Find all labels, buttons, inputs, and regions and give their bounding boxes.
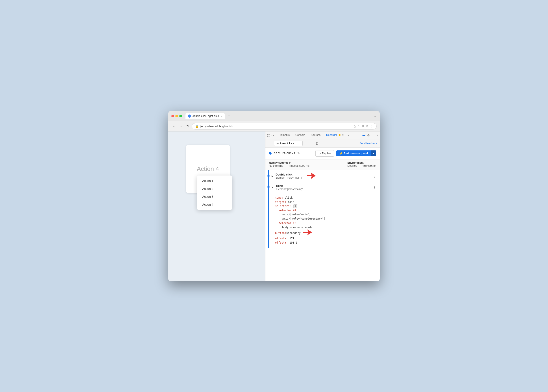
code-selectors-line: selectors: R: [275, 204, 376, 208]
context-menu-item-1[interactable]: Action 1: [197, 177, 232, 185]
more-icon[interactable]: ⋮: [370, 124, 373, 128]
refresh-button[interactable]: ↻: [185, 123, 190, 129]
tab-title: double click, right click: [192, 114, 219, 118]
replay-button-label: ▷ Replay: [319, 152, 330, 155]
settings-icon[interactable]: ⚙: [367, 134, 370, 137]
step-click-header[interactable]: ▼ Click Element "[role="main"]" ⋮: [265, 182, 380, 193]
tab-recorder-close[interactable]: ×: [342, 133, 344, 137]
step-dot-2: [267, 186, 270, 188]
steps-list: ▶ Double click Element "[role="main"]" ⋮: [265, 170, 380, 281]
code-selector2-label: selector #2:: [275, 221, 376, 225]
step-double-click: ▶ Double click Element "[role="main"]" ⋮: [265, 170, 380, 182]
recording-header: capture clicks ✎ ▷ Replay ⚡ Performance …: [265, 147, 380, 160]
send-feedback-link[interactable]: Send feedback: [359, 142, 377, 145]
forward-button[interactable]: →: [178, 123, 184, 129]
share-icon[interactable]: ⎙: [354, 124, 356, 128]
code-button-line: button: secondary: [275, 230, 376, 237]
code-type-line: type: click: [275, 196, 376, 200]
traffic-lights: [171, 115, 182, 117]
step2-expand-icon[interactable]: ▼: [272, 186, 274, 189]
settings-bar: Replay settings ▶ No throttling Timeout:…: [265, 160, 380, 170]
replay-settings-expand-icon[interactable]: ▶: [289, 162, 291, 164]
content-area: Action 4 Action 1 Action 2 Action 3 Acti…: [168, 132, 380, 281]
bookmark-icon[interactable]: ☆: [357, 124, 360, 128]
recording-select[interactable]: capture clicks ▾: [274, 141, 303, 146]
step1-element: Element "[role="main"]": [275, 176, 303, 179]
devtools-panel: ⬚ ▭ Elements Console Sources Recorder ×: [265, 132, 380, 281]
inspect-tool-icon[interactable]: ⬚: [267, 133, 270, 137]
export-button[interactable]: ↑: [304, 141, 308, 146]
step-dot-1: [267, 175, 270, 177]
tab-console[interactable]: Console: [293, 132, 308, 138]
context-menu: Action 1 Action 2 Action 3 Action 4: [197, 175, 232, 210]
replay-button[interactable]: ▷ Replay: [316, 150, 334, 157]
tab-recorder[interactable]: Recorder ×: [323, 132, 346, 138]
step2-title: Click: [276, 184, 303, 188]
svg-marker-0: [307, 172, 316, 179]
tab-sources[interactable]: Sources: [308, 132, 323, 138]
step-double-click-header[interactable]: ▶ Double click Element "[role="main"]" ⋮: [265, 170, 380, 182]
tab-close-button[interactable]: ×: [221, 115, 222, 117]
active-tab[interactable]: double click, right click ×: [185, 113, 225, 119]
replay-settings-section: Replay settings ▶ No throttling Timeout:…: [269, 161, 309, 167]
code-offsetY-line: offsetY: 191.5: [275, 241, 376, 245]
title-bar: double click, right click × + ⌄: [168, 111, 380, 121]
step2-info: Click Element "[role="main"]": [276, 184, 303, 191]
close-traffic-light[interactable]: [171, 115, 174, 117]
devtools-more-icon[interactable]: ⋮: [372, 134, 374, 137]
code-block: type: click target: main selectors: R: [265, 193, 380, 248]
delete-button[interactable]: 🗑: [315, 141, 319, 146]
maximize-traffic-light[interactable]: [179, 115, 182, 117]
performance-panel-group: ⚡ Performance panel ▾: [336, 150, 376, 156]
nav-bar: ← → ↻ 🔒 jec.fyi/demo/dbl-right-click ⎙ ☆…: [168, 121, 380, 132]
settings-divider: [286, 165, 286, 167]
selector-type-icon: R: [293, 204, 297, 208]
edit-title-icon[interactable]: ✎: [297, 152, 300, 155]
settings-row: Replay settings ▶ No throttling Timeout:…: [269, 161, 376, 167]
notification-badge: [362, 135, 365, 136]
extensions-icon[interactable]: ⧉: [362, 124, 364, 128]
devtools-close-icon[interactable]: ×: [376, 134, 378, 137]
recording-status-dot: [269, 152, 272, 154]
throttling-value: No throttling Timeout: 5000 ms: [269, 164, 309, 167]
minimize-traffic-light[interactable]: [175, 115, 178, 117]
lock-icon: 🔒: [195, 125, 199, 128]
add-recording-button[interactable]: +: [268, 141, 272, 146]
tab-recorder-label: Recorder: [326, 133, 337, 137]
import-button[interactable]: ↓: [309, 141, 313, 146]
code-selector1-val1: aria/[role="main"]: [275, 212, 376, 217]
profile-icon[interactable]: ⊕: [366, 124, 368, 128]
context-menu-item-4[interactable]: Action 4: [197, 201, 232, 209]
new-tab-button[interactable]: +: [226, 114, 232, 118]
device-tool-icon[interactable]: ▭: [271, 133, 274, 137]
tab-favicon: [188, 114, 191, 118]
recording-select-label: capture clicks: [276, 142, 292, 145]
performance-panel-button[interactable]: ⚡ Performance panel: [336, 150, 371, 156]
env-divider: [360, 165, 360, 167]
more-tabs-button[interactable]: »: [347, 133, 351, 137]
step1-expand-icon[interactable]: ▶: [272, 175, 273, 177]
code-selector2-val1: body > main > aside: [275, 225, 376, 230]
performance-panel-label: ⚡ Performance panel: [339, 152, 368, 155]
tab-console-label: Console: [295, 133, 305, 137]
environment-label: Environment: [347, 161, 376, 164]
step2-more-button[interactable]: ⋮: [372, 185, 377, 190]
address-bar-icons: ⎙ ☆ ⧉ ⊕ ⋮: [354, 124, 373, 128]
tab-elements[interactable]: Elements: [276, 132, 292, 138]
step2-element: Element "[role="main"]": [276, 188, 303, 191]
devtools-tabs: ⬚ ▭ Elements Console Sources Recorder ×: [265, 132, 380, 140]
context-menu-item-3[interactable]: Action 3: [197, 193, 232, 201]
step1-more-button[interactable]: ⋮: [372, 174, 377, 178]
svg-marker-1: [303, 230, 312, 235]
performance-panel-arrow-button[interactable]: ▾: [371, 150, 376, 156]
context-menu-item-2[interactable]: Action 2: [197, 185, 232, 193]
tab-sources-label: Sources: [311, 133, 321, 137]
url-text: jec.fyi/demo/dbl-right-click: [200, 125, 351, 128]
dropdown-arrow-icon: ▾: [293, 142, 295, 145]
replay-settings-label: Replay settings ▶: [269, 161, 309, 164]
address-bar[interactable]: 🔒 jec.fyi/demo/dbl-right-click ⎙ ☆ ⧉ ⊕ ⋮: [192, 123, 377, 129]
back-button[interactable]: ←: [171, 123, 177, 129]
red-arrow-2: [303, 230, 312, 237]
code-target-line: target: main: [275, 200, 376, 204]
window-controls: ⌄: [374, 114, 377, 118]
